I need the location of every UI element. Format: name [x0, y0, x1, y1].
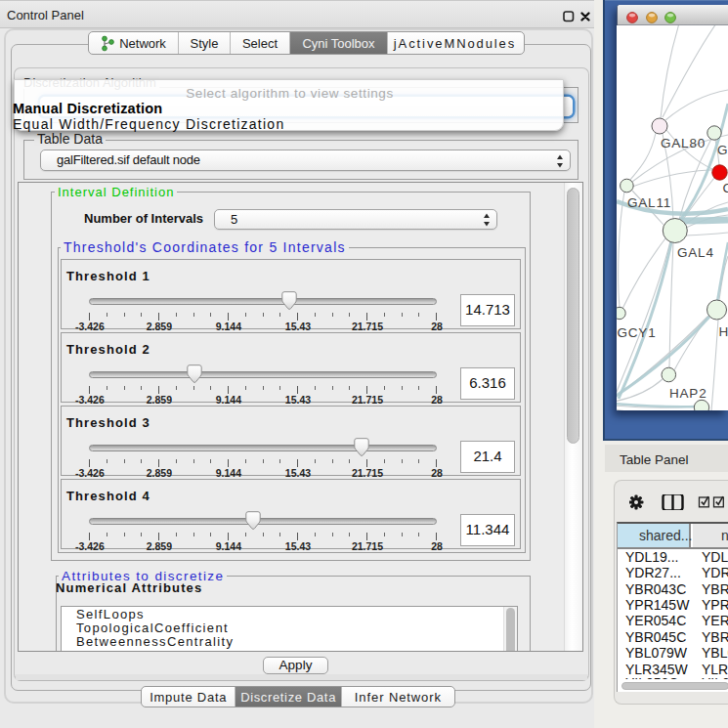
svg-text:GAL11: GAL11	[627, 195, 671, 210]
svg-text:GAL80: GAL80	[661, 136, 706, 150]
svg-text:GAL3: GAL3	[717, 143, 728, 157]
svg-text:HAP2: HAP2	[669, 386, 707, 401]
svg-text:CYC8: CYC8	[723, 181, 728, 195]
svg-text:GAL4: GAL4	[677, 245, 714, 260]
svg-text:HIS7: HIS7	[719, 324, 728, 339]
svg-text:GCY1: GCY1	[618, 325, 657, 340]
